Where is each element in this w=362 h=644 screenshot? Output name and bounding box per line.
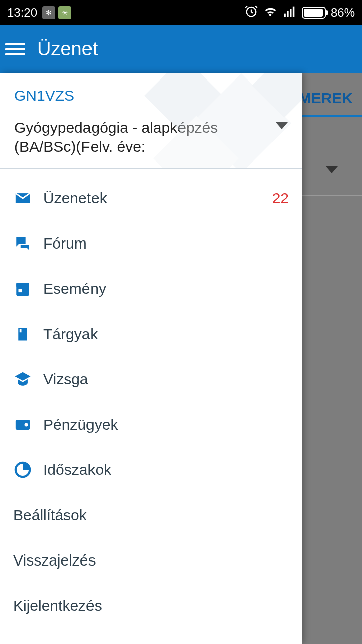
graduation-icon (13, 370, 32, 389)
menu-label: Visszajelzés (13, 552, 96, 569)
menu-label: Fórum (43, 235, 87, 252)
background-tab-fragment: MEREK (299, 90, 353, 107)
alarm-icon (244, 4, 258, 21)
menu-item-messages[interactable]: Üzenetek 22 (0, 176, 302, 221)
menu-label: Üzenetek (43, 190, 107, 207)
menu-item-subjects[interactable]: Tárgyak (0, 311, 302, 357)
nav-drawer: GN1VZS Gyógypedagógia - alapképzés (BA/B… (0, 73, 302, 644)
svg-rect-8 (20, 329, 22, 332)
svg-rect-7 (19, 289, 22, 292)
menu-item-settings[interactable]: Beállítások (13, 493, 289, 538)
wallet-icon (13, 415, 32, 434)
signal-icon (283, 4, 297, 21)
battery-icon (302, 7, 326, 19)
svg-rect-1 (284, 14, 286, 17)
drawer-secondary: Beállítások Visszajelzés Kijelentkezés (0, 493, 302, 628)
background-divider (302, 195, 362, 196)
menu-label: Vizsga (43, 371, 88, 388)
svg-rect-6 (16, 283, 29, 286)
mail-icon (13, 189, 32, 208)
unread-badge: 22 (272, 190, 289, 207)
menu-item-periods[interactable]: Időszakok (0, 447, 302, 493)
menu-item-forum[interactable]: Fórum (0, 221, 302, 266)
menu-label: Időszakok (43, 461, 111, 478)
battery-percent: 86% (331, 6, 355, 20)
menu-label: Beállítások (13, 507, 87, 524)
menu-label: Pénzügyek (43, 416, 118, 433)
menu-item-exams[interactable]: Vizsga (0, 357, 302, 402)
menu-label: Kijelentkezés (13, 597, 102, 614)
status-time: 13:20 (7, 6, 37, 20)
svg-rect-4 (293, 7, 295, 17)
book-icon (13, 325, 32, 344)
svg-rect-3 (290, 9, 292, 17)
status-notif-icon: ☀ (58, 6, 71, 19)
menu-item-feedback[interactable]: Visszajelzés (13, 538, 289, 583)
status-bar: 13:20 ✻ ☀ 86% (0, 0, 362, 25)
menu-item-finances[interactable]: Pénzügyek (0, 402, 302, 447)
status-notif-icon: ✻ (42, 6, 55, 19)
clock-icon (13, 460, 32, 479)
drawer-header: GN1VZS Gyógypedagógia - alapképzés (BA/B… (0, 73, 302, 169)
background-dropdown-caret (326, 166, 338, 173)
menu-item-events[interactable]: Esemény (0, 266, 302, 311)
decorative-cubes (136, 73, 302, 169)
wifi-icon (263, 4, 278, 21)
menu-label: Tárgyak (43, 326, 98, 343)
menu-label: Esemény (43, 280, 106, 297)
page-title: Üzenet (37, 38, 98, 60)
app-bar: Üzenet (0, 25, 362, 73)
forum-icon (13, 234, 32, 253)
calendar-icon (13, 279, 32, 298)
drawer-menu: Üzenetek 22 Fórum Esemény Tárgyak (0, 169, 302, 493)
svg-point-10 (25, 423, 28, 426)
menu-item-logout[interactable]: Kijelentkezés (13, 583, 289, 628)
menu-button[interactable] (5, 43, 25, 55)
svg-rect-2 (287, 11, 289, 17)
